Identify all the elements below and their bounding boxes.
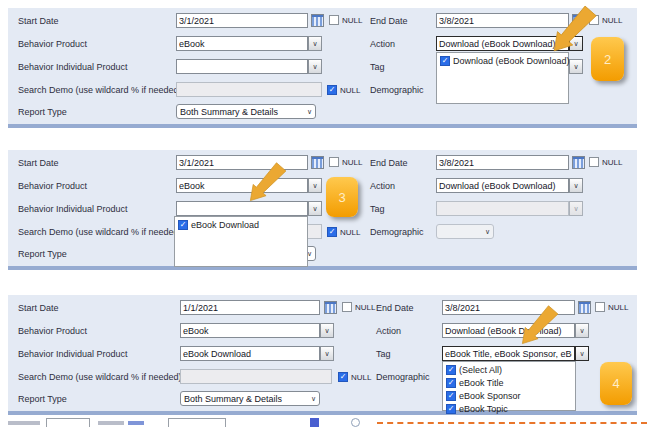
help-icon[interactable]	[351, 418, 360, 427]
calendar-icon[interactable]	[324, 301, 337, 314]
annotation-arrow-action	[548, 4, 602, 56]
behavior-individual-product-input[interactable]	[176, 59, 308, 74]
action-dropdown-button[interactable]: ∨	[575, 323, 589, 338]
null-label: NULL	[608, 303, 628, 312]
cropped-footer-row	[0, 417, 652, 427]
option-checkbox[interactable]: ✓	[440, 56, 450, 66]
end-date-input[interactable]	[436, 155, 569, 170]
end-date-label: End Date	[376, 303, 414, 313]
search-demo-label: Search Demo (use wildcard % if needed)	[18, 85, 182, 95]
behavior-product-dropdown-button[interactable]: ∨	[320, 323, 334, 338]
behavior-individual-product-input[interactable]	[180, 346, 320, 361]
chevron-down-icon: ∨	[312, 63, 317, 70]
null-label: NULL	[355, 303, 375, 312]
search-demo-null-checkbox[interactable]: ✓	[338, 372, 348, 382]
option-label: eBook Title	[459, 378, 504, 388]
save-icon[interactable]	[310, 418, 319, 427]
search-demo-label: Search Demo (use wildcard % if needed)	[18, 227, 182, 237]
end-date-null-checkbox[interactable]	[589, 157, 599, 167]
behavior-individual-product-label: Behavior Individual Product	[18, 62, 128, 72]
cropped-input[interactable]	[168, 418, 226, 427]
chevron-down-icon: ∨	[573, 182, 578, 189]
option-label: eBook Sponsor	[459, 391, 521, 401]
null-label: NULL	[351, 373, 371, 382]
chevron-down-icon: ∨	[312, 205, 317, 212]
behavior-product-input[interactable]	[176, 36, 308, 51]
behavior-product-dropdown-button[interactable]: ∨	[308, 178, 322, 193]
chevron-down-icon: ∨	[485, 228, 490, 236]
behavior-individual-product-dropdown-button[interactable]: ∨	[320, 346, 334, 361]
start-date-null-checkbox[interactable]	[329, 15, 339, 25]
action-label: Action	[376, 326, 401, 336]
end-date-null-checkbox[interactable]	[595, 302, 605, 312]
report-type-select[interactable]: Both Summary & Details∨	[180, 391, 320, 406]
tag-dropdown-button[interactable]: ∨	[575, 346, 589, 361]
end-date-label: End Date	[370, 16, 408, 26]
tag-dropdown-button[interactable]: ∨	[569, 59, 583, 74]
action-dropdown-list: ✓ Download (eBook Download)	[436, 52, 569, 104]
action-label: Action	[370, 181, 395, 191]
behavior-product-input[interactable]	[180, 323, 320, 338]
report-type-select[interactable]: Both Summary & Details∨	[176, 104, 316, 119]
null-label: NULL	[602, 158, 622, 167]
option-checkbox[interactable]: ✓	[446, 391, 456, 401]
behavior-individual-product-label: Behavior Individual Product	[18, 204, 128, 214]
chevron-down-icon: ∨	[573, 205, 578, 212]
null-label: NULL	[340, 86, 360, 95]
action-input[interactable]	[436, 178, 569, 193]
behavior-individual-product-dropdown-button[interactable]: ∨	[308, 201, 322, 216]
calendar-icon[interactable]	[311, 156, 324, 169]
chevron-down-icon: ∨	[573, 63, 578, 70]
behavior-individual-product-dropdown-button[interactable]: ∨	[308, 59, 322, 74]
search-demo-label: Search Demo (use wildcard % if needed)	[18, 372, 182, 382]
option-checkbox[interactable]: ✓	[446, 365, 456, 375]
demographic-select[interactable]: ∨	[436, 224, 494, 239]
option-checkbox[interactable]: ✓	[446, 404, 456, 414]
chevron-down-icon: ∨	[579, 327, 584, 334]
tag-input[interactable]	[436, 201, 569, 216]
tag-option[interactable]: ✓ eBook Title	[443, 376, 575, 389]
report-filter-screen: Start Date NULL End Date NULL Behavior P…	[0, 0, 652, 439]
null-label: NULL	[342, 158, 362, 167]
calendar-icon[interactable]	[311, 14, 324, 27]
action-dropdown-button[interactable]: ∨	[569, 178, 583, 193]
behavior-product-dropdown-button[interactable]: ∨	[308, 36, 322, 51]
tag-dropdown-button[interactable]: ∨	[569, 201, 583, 216]
option-label: (Select All)	[459, 365, 502, 375]
tag-option[interactable]: ✓ eBook Topic	[443, 402, 575, 415]
option-checkbox[interactable]: ✓	[446, 378, 456, 388]
chevron-down-icon: ∨	[579, 350, 584, 357]
start-date-label: Start Date	[18, 16, 59, 26]
start-date-input[interactable]	[176, 13, 308, 28]
search-demo-null-checkbox[interactable]: ✓	[327, 85, 337, 95]
start-date-label: Start Date	[18, 303, 59, 313]
option-label: Download (eBook Download)	[453, 56, 570, 66]
calendar-icon[interactable]	[578, 301, 591, 314]
behavior-product-label: Behavior Product	[18, 181, 87, 191]
start-date-input[interactable]	[180, 300, 320, 315]
cropped-dashed-line	[377, 422, 647, 424]
behavior-individual-product-label: Behavior Individual Product	[18, 349, 128, 359]
tag-label: Tag	[376, 349, 391, 359]
search-demo-input[interactable]	[176, 82, 322, 97]
step-badge-3: 3	[326, 177, 358, 217]
search-demo-null-checkbox[interactable]: ✓	[327, 227, 337, 237]
cropped-input[interactable]	[46, 418, 90, 427]
report-type-label: Report Type	[18, 394, 67, 404]
behavior-product-label: Behavior Product	[18, 326, 87, 336]
start-date-null-checkbox[interactable]	[342, 302, 352, 312]
start-date-null-checkbox[interactable]	[329, 157, 339, 167]
option-checkbox[interactable]: ✓	[178, 220, 188, 230]
cropped-text	[98, 421, 124, 425]
chevron-down-icon: ∨	[312, 40, 317, 47]
cropped-link[interactable]	[128, 421, 144, 425]
behavior-product-label: Behavior Product	[18, 39, 87, 49]
tag-option[interactable]: ✓ eBook Sponsor	[443, 389, 575, 402]
calendar-icon[interactable]	[572, 156, 585, 169]
tag-option[interactable]: ✓ (Select All)	[443, 363, 575, 376]
annotation-arrow-behavior-individual-product	[246, 158, 290, 208]
null-label: NULL	[340, 228, 360, 237]
behavior-individual-product-option[interactable]: ✓ eBook Download	[175, 218, 307, 231]
search-demo-input[interactable]	[180, 369, 332, 384]
annotation-arrow-tag	[518, 302, 562, 350]
